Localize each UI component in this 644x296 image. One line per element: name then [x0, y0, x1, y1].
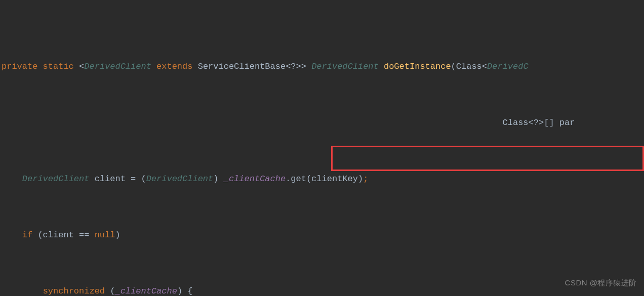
code-token-ident: Class<?>[] par — [2, 118, 575, 128]
code-token-kw: private static — [2, 62, 79, 71]
code-token-ident: ( — [110, 286, 115, 296]
code-line: synchronized (_clientCache) { — [0, 282, 644, 296]
watermark-label: CSDN @程序猿进阶 — [565, 273, 637, 292]
code-token-ident — [2, 174, 22, 184]
code-token-ident: < — [79, 62, 84, 71]
annotation-box — [331, 146, 644, 171]
code-line: if (client == null) — [0, 226, 644, 244]
code-token-type: DerivedClient — [84, 62, 151, 71]
code-token-field: _clientCache — [115, 286, 177, 296]
code-token-ident: client = ( — [89, 174, 146, 184]
code-token-field: _clientCache — [224, 174, 286, 184]
code-token-ident: <?>> — [286, 62, 311, 71]
code-editor[interactable]: private static <DerivedClient extends Se… — [0, 0, 644, 296]
code-token-ann: doGetInstance — [384, 62, 451, 71]
code-line: private static <DerivedClient extends Se… — [0, 57, 644, 76]
code-token-ident: ) — [213, 174, 223, 184]
code-token-kw: extends — [151, 62, 198, 71]
code-token-type: DerivedClient — [22, 174, 90, 184]
code-token-ident — [2, 230, 22, 240]
code-token-kw: if — [22, 230, 38, 240]
code-token-ident: ) { — [177, 286, 193, 296]
code-token-ident — [2, 286, 43, 296]
code-token-ident: ) — [115, 230, 120, 240]
code-line: DerivedClient client = (DerivedClient) _… — [0, 170, 644, 188]
code-token-type: DerivedC — [487, 62, 529, 71]
code-token-type: DerivedClient — [311, 62, 379, 71]
code-token-semi: ; — [363, 174, 368, 184]
code-token-ident: (client == — [37, 230, 94, 240]
code-token-kw: synchronized — [43, 286, 110, 296]
code-token-ident — [379, 62, 384, 71]
code-token-num-bool: null — [95, 230, 115, 240]
code-token-type: DerivedClient — [146, 174, 214, 184]
code-line: Class<?>[] par — [0, 113, 644, 132]
code-token-ident: (Class< — [451, 62, 487, 71]
code-token-ident: .get(clientKey) — [286, 174, 363, 184]
code-token-ident: ServiceClientBase — [198, 62, 286, 71]
